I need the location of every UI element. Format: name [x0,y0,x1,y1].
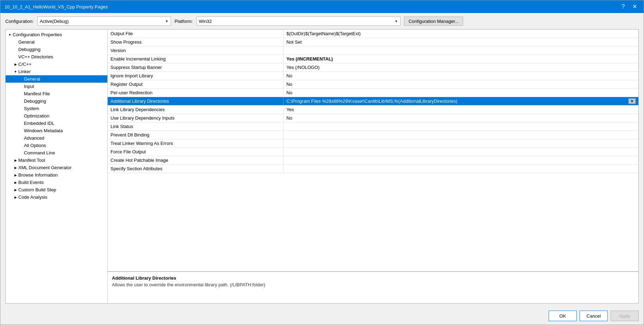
tree-label-browse-information: Browse Information [18,172,107,178]
prop-name-ignore-import-library: Ignore Import Library [108,72,284,80]
sidebar-item-linker-debugging[interactable]: Debugging [6,97,107,105]
prop-name-version: Version [108,46,284,55]
sidebar: ▼Configuration PropertiesGeneralDebuggin… [6,30,108,303]
prop-value-text-suppress-startup-banner: Yes (/NOLOGO) [286,65,320,70]
tree-label-xml-doc-generator: XML Document Generator [18,165,107,170]
tree-arrow-manifest-tool: ▶ [13,159,18,162]
config-label: Configuration: [5,19,34,24]
prop-name-suppress-startup-banner: Suppress Startup Banner [108,63,284,71]
tree-label-linker-windows-metadata: Windows Metadata [24,128,107,133]
main-content: ▼Configuration PropertiesGeneralDebuggin… [5,29,639,304]
prop-name-link-library-dependencies: Link Library Dependencies [108,106,284,114]
platform-label: Platform: [175,19,193,24]
tree-label-linker-command-line: Command Line [24,150,107,155]
prop-value-text-additional-library-dirs: C:\Program Files %28x86%29\Kvaser\Canlib… [286,98,457,104]
prop-name-output-file: Output File [108,30,284,38]
prop-value-output-file: $(OutDir)$(TargetName)$(TargetExt) [284,30,638,38]
sidebar-item-general[interactable]: General [6,38,107,46]
prop-value-text-show-progress: Not Set [286,39,302,45]
prop-value-version [284,46,638,55]
prop-value-text-output-file: $(OutDir)$(TargetName)$(TargetExt) [286,31,361,36]
sidebar-item-linker-windows-metadata[interactable]: Windows Metadata [6,127,107,134]
help-button[interactable]: ? [618,2,628,11]
sidebar-item-linker[interactable]: ▼Linker [6,68,107,75]
prop-row-per-user-redirection[interactable]: Per-user RedirectionNo [108,89,638,97]
prop-row-force-file-output[interactable]: Force File Output [108,148,638,156]
dialog-body: Configuration: Active(Debug) ▼ Platform:… [0,13,644,307]
sidebar-item-debugging[interactable]: Debugging [6,46,107,53]
title-bar: 10_10_2_A1_HelloWorld_VS_Cpp Property Pa… [0,0,644,13]
close-button[interactable]: ✕ [630,2,639,11]
dialog-window: 10_10_2_A1_HelloWorld_VS_Cpp Property Pa… [0,0,644,325]
platform-select[interactable]: Win32 ▼ [196,17,400,26]
sidebar-item-linker-command-line[interactable]: Command Line [6,149,107,157]
sidebar-item-vcpp-directories[interactable]: VC++ Directories [6,53,107,60]
prop-row-ignore-import-library[interactable]: Ignore Import LibraryNo [108,72,638,80]
cancel-button[interactable]: Cancel [580,311,608,321]
prop-row-enable-incremental-linking[interactable]: Enable Incremental LinkingYes (/INCREMEN… [108,55,638,63]
tree-label-linker-system: System [24,106,107,111]
prop-row-specify-section-attributes[interactable]: Specify Section Attributes [108,165,638,173]
tree-label-linker-manifest-file: Manifest File [24,91,107,96]
window-title: 10_10_2_A1_HelloWorld_VS_Cpp Property Pa… [5,4,108,9]
config-row: Configuration: Active(Debug) ▼ Platform:… [5,17,639,26]
tree-label-custom-build-step: Custom Build Step [18,187,107,192]
prop-value-force-file-output [284,148,638,156]
prop-name-show-progress: Show Progress [108,38,284,46]
tree-label-code-analysis: Code Analysis [18,195,107,200]
tree-label-linker-debugging: Debugging [24,98,107,104]
sidebar-item-linker-optimization[interactable]: Optimization [6,112,107,120]
apply-button[interactable]: Apply [611,311,639,321]
prop-value-text-link-library-dependencies: Yes [286,107,294,112]
sidebar-item-browse-information[interactable]: ▶Browse Information [6,171,107,179]
tree-label-linker-general: General [24,76,107,82]
prop-name-prevent-dll-binding: Prevent Dll Binding [108,131,284,139]
prop-row-link-library-dependencies[interactable]: Link Library DependenciesYes [108,106,638,114]
prop-row-treat-linker-warning[interactable]: Treat Linker Warning As Errors [108,139,638,148]
prop-row-additional-library-dirs[interactable]: Additional Library DirectoriesC:\Program… [108,97,638,106]
sidebar-item-manifest-tool[interactable]: ▶Manifest Tool [6,157,107,164]
prop-value-use-library-dependency-inputs: No [284,114,638,122]
sidebar-item-cpp[interactable]: ▶C/C++ [6,60,107,68]
tree-label-config-properties: Configuration Properties [13,32,107,37]
sidebar-item-linker-manifest-file[interactable]: Manifest File [6,90,107,97]
sidebar-item-linker-input[interactable]: Input [6,83,107,90]
ok-button[interactable]: OK [549,311,577,321]
tree-label-cpp: C/C++ [18,62,107,67]
prop-name-per-user-redirection: Per-user Redirection [108,89,284,97]
tree-label-build-events: Build Events [18,180,107,185]
config-value: Active(Debug) [40,19,69,24]
sidebar-item-linker-general[interactable]: General [6,75,107,83]
tree-label-linker-embedded-idl: Embedded IDL [24,121,107,126]
prop-row-register-output[interactable]: Register OutputNo [108,80,638,89]
prop-value-specify-section-attributes [284,165,638,173]
prop-row-output-file[interactable]: Output File$(OutDir)$(TargetName)$(Targe… [108,30,638,38]
sidebar-item-linker-advanced[interactable]: Advanced [6,134,107,142]
prop-dropdown-btn-additional-library-dirs[interactable]: ▼ [629,98,636,104]
prop-name-enable-incremental-linking: Enable Incremental Linking [108,55,284,63]
prop-row-link-status[interactable]: Link Status [108,122,638,131]
sidebar-item-linker-embedded-idl[interactable]: Embedded IDL [6,120,107,127]
prop-row-show-progress[interactable]: Show ProgressNot Set [108,38,638,46]
prop-row-prevent-dll-binding[interactable]: Prevent Dll Binding [108,131,638,139]
prop-row-create-hot-patchable-image[interactable]: Create Hot Patchable Image [108,156,638,165]
tree-arrow-cpp: ▶ [13,63,18,66]
sidebar-item-build-events[interactable]: ▶Build Events [6,179,107,186]
sidebar-item-config-properties[interactable]: ▼Configuration Properties [6,31,107,38]
tree-label-linker-advanced: Advanced [24,135,107,141]
config-manager-button[interactable]: Configuration Manager... [404,17,463,26]
prop-row-use-library-dependency-inputs[interactable]: Use Library Dependency InputsNo [108,114,638,122]
sidebar-item-custom-build-step[interactable]: ▶Custom Build Step [6,186,107,193]
sidebar-item-xml-doc-generator[interactable]: ▶XML Document Generator [6,164,107,171]
sidebar-item-linker-all-options[interactable]: All Options [6,142,107,149]
prop-value-treat-linker-warning [284,139,638,147]
prop-value-ignore-import-library: No [284,72,638,80]
prop-row-suppress-startup-banner[interactable]: Suppress Startup BannerYes (/NOLOGO) [108,63,638,72]
sidebar-item-linker-system[interactable]: System [6,105,107,112]
tree-label-linker-input: Input [24,84,107,89]
config-select[interactable]: Active(Debug) ▼ [37,17,171,26]
tree-label-debugging: Debugging [18,47,107,52]
sidebar-item-code-analysis[interactable]: ▶Code Analysis [6,193,107,201]
prop-row-version[interactable]: Version [108,46,638,55]
prop-value-text-ignore-import-library: No [286,73,292,78]
